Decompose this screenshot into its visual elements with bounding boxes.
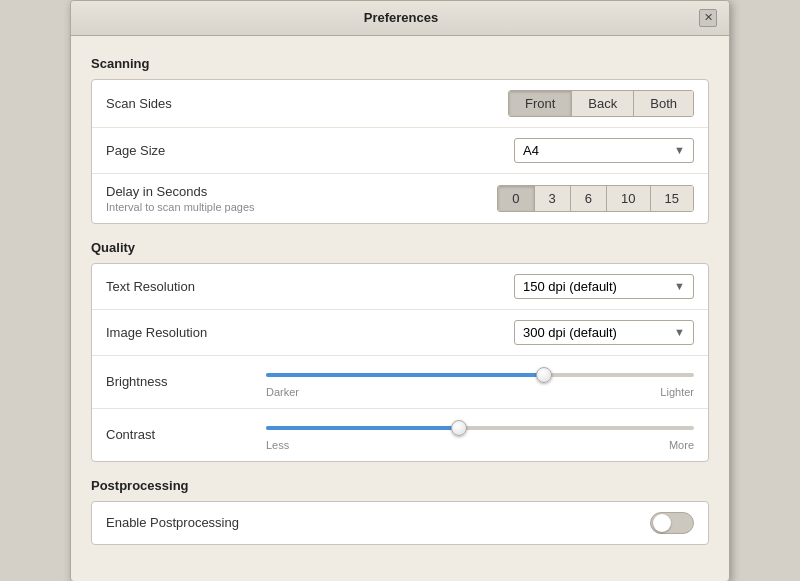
page-size-row: Page Size A4 ▼: [92, 128, 708, 174]
text-resolution-label: Text Resolution: [106, 279, 266, 294]
text-resolution-value: 150 dpi (default): [523, 279, 617, 294]
quality-section-box: Text Resolution 150 dpi (default) ▼ Imag…: [91, 263, 709, 462]
scan-sides-back-button[interactable]: Back: [572, 91, 634, 116]
preferences-dialog: Preferences ✕ Scanning Scan Sides Front …: [70, 0, 730, 581]
quality-section-header: Quality: [91, 240, 709, 255]
page-size-control: A4 ▼: [266, 138, 694, 163]
scan-sides-label: Scan Sides: [106, 96, 266, 111]
brightness-label: Brightness: [106, 374, 266, 389]
brightness-thumb[interactable]: [536, 367, 552, 383]
contrast-fill: [266, 426, 459, 430]
brightness-track[interactable]: [266, 373, 694, 377]
enable-postprocessing-label: Enable Postprocessing: [106, 515, 266, 530]
delay-label-stack: Delay in Seconds Interval to scan multip…: [106, 184, 266, 213]
contrast-control: Less More: [266, 419, 694, 451]
page-size-value: A4: [523, 143, 539, 158]
title-bar: Preferences ✕: [71, 1, 729, 36]
image-resolution-dropdown[interactable]: 300 dpi (default) ▼: [514, 320, 694, 345]
enable-postprocessing-control: [266, 512, 694, 534]
contrast-labels: Less More: [266, 439, 694, 451]
contrast-row: Contrast Less More: [92, 409, 708, 461]
text-resolution-control: 150 dpi (default) ▼: [266, 274, 694, 299]
scan-sides-both-button[interactable]: Both: [634, 91, 693, 116]
delay-0-button[interactable]: 0: [498, 186, 534, 211]
brightness-control: Darker Lighter: [266, 366, 694, 398]
page-size-dropdown-arrow: ▼: [674, 144, 685, 156]
delay-6-button[interactable]: 6: [571, 186, 607, 211]
contrast-track[interactable]: [266, 426, 694, 430]
delay-label: Delay in Seconds: [106, 184, 266, 199]
enable-postprocessing-row: Enable Postprocessing: [92, 502, 708, 544]
image-resolution-control: 300 dpi (default) ▼: [266, 320, 694, 345]
contrast-min-label: Less: [266, 439, 289, 451]
contrast-thumb[interactable]: [451, 420, 467, 436]
text-resolution-dropdown[interactable]: 150 dpi (default) ▼: [514, 274, 694, 299]
brightness-track-wrap: [266, 366, 694, 384]
contrast-track-wrap: [266, 419, 694, 437]
scan-sides-button-group: Front Back Both: [508, 90, 694, 117]
scan-sides-control: Front Back Both: [266, 90, 694, 117]
delay-10-button[interactable]: 10: [607, 186, 650, 211]
scanning-section-header: Scanning: [91, 56, 709, 71]
scan-sides-front-button[interactable]: Front: [509, 91, 572, 116]
brightness-fill: [266, 373, 544, 377]
brightness-min-label: Darker: [266, 386, 299, 398]
brightness-labels: Darker Lighter: [266, 386, 694, 398]
scanning-section-box: Scan Sides Front Back Both Page Size A4 …: [91, 79, 709, 224]
page-size-dropdown[interactable]: A4 ▼: [514, 138, 694, 163]
postprocessing-section-box: Enable Postprocessing: [91, 501, 709, 545]
image-resolution-value: 300 dpi (default): [523, 325, 617, 340]
toggle-knob: [653, 514, 671, 532]
dialog-title: Preferences: [103, 10, 699, 25]
brightness-slider-container: Darker Lighter: [266, 366, 694, 398]
text-resolution-dropdown-arrow: ▼: [674, 280, 685, 292]
image-resolution-dropdown-arrow: ▼: [674, 326, 685, 338]
enable-postprocessing-toggle[interactable]: [650, 512, 694, 534]
delay-sublabel: Interval to scan multiple pages: [106, 201, 266, 213]
brightness-row: Brightness Darker Lighter: [92, 356, 708, 409]
image-resolution-row: Image Resolution 300 dpi (default) ▼: [92, 310, 708, 356]
delay-15-button[interactable]: 15: [651, 186, 693, 211]
dialog-body: Scanning Scan Sides Front Back Both Page…: [71, 36, 729, 581]
page-size-label: Page Size: [106, 143, 266, 158]
scan-sides-row: Scan Sides Front Back Both: [92, 80, 708, 128]
delay-3-button[interactable]: 3: [535, 186, 571, 211]
contrast-label: Contrast: [106, 427, 266, 442]
text-resolution-row: Text Resolution 150 dpi (default) ▼: [92, 264, 708, 310]
close-button[interactable]: ✕: [699, 9, 717, 27]
delay-button-group: 0 3 6 10 15: [497, 185, 694, 212]
delay-control: 0 3 6 10 15: [266, 185, 694, 212]
contrast-slider-container: Less More: [266, 419, 694, 451]
brightness-max-label: Lighter: [660, 386, 694, 398]
delay-row: Delay in Seconds Interval to scan multip…: [92, 174, 708, 223]
contrast-max-label: More: [669, 439, 694, 451]
image-resolution-label: Image Resolution: [106, 325, 266, 340]
postprocessing-section-header: Postprocessing: [91, 478, 709, 493]
